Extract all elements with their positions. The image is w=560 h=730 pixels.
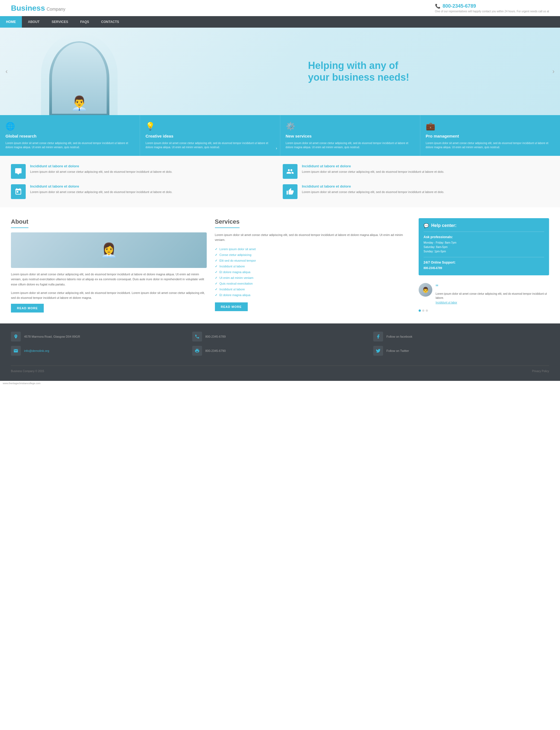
logo: Business Company <box>11 4 65 13</box>
footer-email-item: info@demolink.org <box>11 346 187 356</box>
nav-services[interactable]: SERVICES <box>46 16 74 28</box>
feature-text-2: Lorem ipsum dolor sit amet conse ctetur … <box>145 141 274 149</box>
footer-privacy-link[interactable]: Privacy Policy <box>532 370 549 373</box>
service-icon-content-4: Incididunt ut labore et dolore Lorem ips… <box>302 184 444 194</box>
feature-management: 💼 Pro management Lorem ipsum dolor sit a… <box>420 115 560 156</box>
main-nav: HOME ABOUT SERVICES FAQS CONTACTS <box>0 16 560 28</box>
help-column: 💬 Help center: Ask professionals: Monday… <box>419 218 549 313</box>
hero-arrow-left[interactable]: ‹ <box>5 68 8 75</box>
testimonial: 👨 " Lorem ipsum dolor sit amet conse cte… <box>419 280 549 307</box>
help-divider <box>424 232 544 232</box>
list-item: Lorem ipsum dolor sit amet <box>215 246 411 252</box>
phone-icon-box <box>192 332 202 341</box>
help-ask-title: Ask professionals: <box>424 235 544 239</box>
briefcase-icon: 💼 <box>426 122 555 131</box>
hero-arrow-right[interactable]: › <box>552 68 555 75</box>
feature-creative: 💡 Creative ideas Lorem ipsum dolor sit a… <box>140 115 280 156</box>
dot-1 <box>419 309 421 312</box>
features-section: 🌐 Global research Lorem ipsum dolor sit … <box>0 115 560 156</box>
feature-title-1: Global research <box>5 133 134 139</box>
footer-copyright: Business Company © 2015 <box>11 370 44 373</box>
service-icon-item-4: Incididunt ut labore et dolore Lorem ips… <box>283 184 549 199</box>
logo-company: Company <box>47 7 65 12</box>
header-contact: 📞 800-2345-6789 One of our representativ… <box>435 3 549 13</box>
nav-home[interactable]: HOME <box>0 16 22 28</box>
service-icon-text-1: Lorem ipsum dolor sit amet conse ctetur … <box>30 170 172 174</box>
footer-col-3: Follow on facebook Follow on Twitter <box>373 332 549 360</box>
feature-text-1: Lorem ipsum dolor sit amet conse ctetur … <box>5 141 134 149</box>
footer-twitter-item: Follow on Twitter <box>373 346 549 356</box>
footer-bottom: Business Company © 2015 Privacy Policy <box>11 366 549 373</box>
feature-title-3: New services <box>286 133 415 139</box>
help-divider-2 <box>424 257 544 257</box>
twitter-icon <box>376 348 381 353</box>
help-hours-1: Monday - Friday: 8am-7pm <box>424 241 544 245</box>
about-text-1: Lorem ipsum dolor sit amet conse ctetur … <box>11 272 207 287</box>
hero-title: Helping with any of your business needs! <box>308 60 412 83</box>
nav-contacts[interactable]: CONTACTS <box>95 16 125 28</box>
facebook-icon <box>376 334 381 339</box>
footer-address-text: 4578 Marmora Road, Glasgow D04 89GR <box>24 334 80 339</box>
fax-icon-box <box>192 346 202 356</box>
service-icon-title-2: Incididunt ut labore et dolore <box>302 164 444 168</box>
phone-icon <box>195 334 200 339</box>
services-list: Lorem ipsum dolor sit amet Conse ctetur … <box>215 246 411 298</box>
list-item: Ut enim ad minim veniam <box>215 275 411 281</box>
footer-col-2: 800-2345-6789 800-2345-6790 <box>192 332 368 360</box>
calendar-icon-box <box>11 184 26 199</box>
quote-icon: " <box>436 283 438 291</box>
about-image: 👩‍💼 <box>11 232 207 268</box>
list-item: Incididunt ut labore <box>215 287 411 292</box>
feature-title-2: Creative ideas <box>145 133 274 139</box>
nav-about[interactable]: ABOUT <box>22 16 46 28</box>
dot-2 <box>422 309 424 312</box>
footer-phone1-text: 800-2345-6789 <box>205 334 226 339</box>
feature-title-4: Pro management <box>426 133 555 139</box>
service-icon-item-1: Incididunt ut labore et dolore Lorem ips… <box>11 164 277 179</box>
list-item: Conse ctetur adipisicing <box>215 252 411 258</box>
help-hours-3: Sunday: 1pm-5pm <box>424 249 544 254</box>
list-item: Elit sed do eiusmod tempor <box>215 258 411 264</box>
header-phone: 800-2345-6789 <box>443 3 476 9</box>
services-title: Services <box>215 218 240 228</box>
footer-facebook-item: Follow on facebook <box>373 332 549 341</box>
services-icons-section: Incididunt ut labore et dolore Lorem ips… <box>0 156 560 207</box>
site-footer: 4578 Marmora Road, Glasgow D04 89GR info… <box>0 323 560 381</box>
testimonial-link[interactable]: Incididunt ut labor <box>436 301 549 304</box>
watermark: www.theritagechristiancollege.com <box>0 381 560 386</box>
twitter-icon-box <box>373 346 383 356</box>
list-item: Quis nostrud exercitation <box>215 281 411 287</box>
service-icon-text-2: Lorem ipsum dolor sit amet conse ctetur … <box>302 170 444 174</box>
list-item: Incididunt ut labore <box>215 264 411 269</box>
nav-faqs[interactable]: FAQS <box>74 16 95 28</box>
services-intro: Lorem ipsum dolor sit amet conse ctetur … <box>215 232 411 243</box>
gear-icon: ⚙️ <box>286 122 415 131</box>
globe-icon: 🌐 <box>5 122 134 131</box>
footer-email-text: info@demolink.org <box>24 349 49 353</box>
help-chat-icon: 💬 <box>424 223 429 228</box>
phone-icon: 📞 <box>435 4 441 9</box>
hero-content: Helping with any of your business needs! <box>308 49 428 94</box>
about-read-more-button[interactable]: READ MORE <box>11 304 44 313</box>
facebook-icon-box <box>373 332 383 341</box>
logo-business: Business <box>11 4 45 13</box>
testimonial-content: " Lorem ipsum dolor sit amet conse ctetu… <box>436 283 549 304</box>
email-icon-box <box>11 346 21 356</box>
feature-services: ⚙️ New services Lorem ipsum dolor sit am… <box>280 115 420 156</box>
location-icon <box>13 334 18 339</box>
email-icon <box>13 348 18 353</box>
help-hours-2: Saturday: 8am-5pm <box>424 245 544 249</box>
chat-icon-box <box>11 164 26 179</box>
about-title: About <box>11 218 28 228</box>
list-item: Et dolore magna aliqua <box>215 269 411 275</box>
services-read-more-button[interactable]: READ MORE <box>215 302 248 311</box>
service-icon-title-3: Incididunt ut labore et dolore <box>30 184 172 188</box>
chat-icon <box>14 168 22 175</box>
service-icon-title-1: Incididunt ut labore et dolore <box>30 164 172 168</box>
service-icon-item-2: Incididunt ut labore et dolore Lorem ips… <box>283 164 549 179</box>
service-icon-title-4: Incididunt ut labore et dolore <box>302 184 444 188</box>
help-support-title: 24/7 Online Support: <box>424 261 544 264</box>
footer-email-link[interactable]: info@demolink.org <box>24 349 49 352</box>
feature-text-3: Lorem ipsum dolor sit amet conse ctetur … <box>286 141 415 149</box>
footer-phone1-item: 800-2345-6789 <box>192 332 368 341</box>
